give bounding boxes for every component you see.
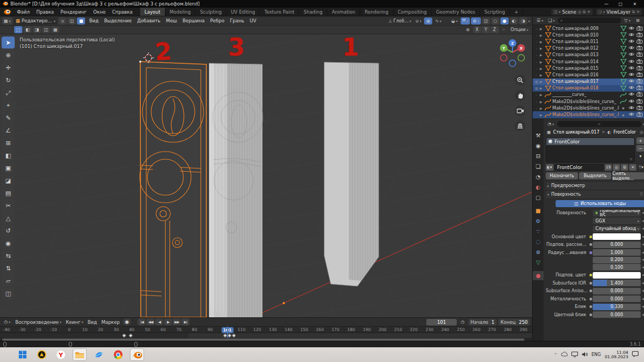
proportional-edit-button[interactable]: ◎ <box>424 17 432 25</box>
disable-render-toggle[interactable] <box>636 65 643 71</box>
current-frame-field[interactable]: 101 <box>426 319 457 325</box>
tool-loop-cut[interactable]: ▤ <box>2 187 15 199</box>
viewport-menu-2[interactable]: Добавить <box>134 18 163 23</box>
breadcrumb-material[interactable]: FrontColor <box>613 130 636 135</box>
field-value[interactable]: 0.200 <box>593 257 641 263</box>
zoom-tool-icon[interactable] <box>515 75 526 86</box>
tool-knife[interactable]: ✂ <box>2 200 15 212</box>
unlink-material-button[interactable]: ✕ <box>629 164 636 171</box>
field-value[interactable]: 0.000 <box>593 242 641 248</box>
animate-dot[interactable] <box>642 220 644 222</box>
tool-scale[interactable]: ⤢ <box>2 87 15 99</box>
fake-user-button[interactable]: ◎ <box>613 164 620 171</box>
timeline-menu-0[interactable]: Воспроизведение▾ <box>13 319 64 325</box>
tool-rip-region[interactable]: ◫ <box>2 287 15 299</box>
material-name-field[interactable]: FrontColor <box>554 164 604 171</box>
outliner-item-name[interactable]: Стол шикарный.010 <box>552 33 619 38</box>
mode-dropdown[interactable]: ▦ Редактиро...▾ <box>14 17 58 25</box>
tool-select-box[interactable]: ➤ <box>2 37 15 49</box>
outliner-item[interactable]: • ▶ Стол шикарный.013 <box>533 52 644 58</box>
outliner-item[interactable]: • ▶ Стол шикарный.012 <box>533 45 644 52</box>
disclosure-icon[interactable]: ▶ <box>540 100 544 104</box>
tool-inset-faces[interactable]: ▣ <box>2 162 15 174</box>
disable-render-toggle[interactable] <box>636 26 643 32</box>
taskbar-chrome-icon[interactable] <box>111 348 125 361</box>
select-mode-vertex-button[interactable]: ▫ <box>58 17 67 25</box>
animate-dot[interactable] <box>642 274 644 276</box>
viewport-menu-0[interactable]: Вид <box>86 18 101 23</box>
panel-object-3[interactable] <box>209 63 263 317</box>
select-box-mode-extend[interactable]: ◧ <box>23 26 32 33</box>
outliner-filter-mode-button[interactable]: ❏▾ <box>546 17 556 24</box>
menu-2[interactable]: Рендеринг <box>57 8 90 16</box>
disclosure-icon[interactable]: ▶ <box>540 67 544 70</box>
viewport-menu-4[interactable]: Вершина <box>180 18 207 23</box>
field-value[interactable]: 0.000 <box>593 295 641 302</box>
outliner-item-name[interactable]: Стол шикарный.016 <box>552 73 619 77</box>
disclosure-icon[interactable]: ▶ <box>540 106 544 110</box>
tool-measure[interactable]: ∠ <box>2 124 15 136</box>
animate-dot[interactable] <box>642 259 644 261</box>
playhead[interactable] <box>227 327 228 338</box>
minimize-button[interactable]: — <box>599 2 613 7</box>
timeline-menu-3[interactable]: Маркер <box>99 319 122 325</box>
outliner-search[interactable]: ⌕ <box>558 17 621 23</box>
animate-dot[interactable] <box>642 314 644 316</box>
hide-viewport-toggle[interactable] <box>628 26 635 32</box>
disclosure-icon[interactable]: ▶ <box>540 86 544 90</box>
disclosure-icon[interactable]: ▶ <box>540 40 544 44</box>
timeline-ruler[interactable]: 101 -40-30-20-10010203040506070809011012… <box>0 327 532 333</box>
disclosure-icon[interactable]: ▶ <box>540 53 544 57</box>
shading-material-button[interactable]: ◐ <box>510 17 518 25</box>
outliner-item-name[interactable]: Стол шикарный.013 <box>552 52 619 57</box>
copy-icon[interactable]: ⧉ <box>632 10 635 14</box>
animate-dot[interactable] <box>642 267 644 268</box>
outliner-item[interactable]: ▥ ▶ Стол шикарный.017 <box>533 79 644 85</box>
taskbar-yandex-browser-icon[interactable]: Y <box>53 348 68 361</box>
tool-transform[interactable]: ⌖ <box>2 99 15 111</box>
clock[interactable]: 11:04 01.09.2023 <box>605 351 628 359</box>
scene-selector[interactable]: ◲▾ Scene ◎ ⧉ ✕ <box>551 9 593 15</box>
outliner-item[interactable]: • ▶ Make2D$visible$lines_curve_.001 ● <box>533 105 644 111</box>
field-value[interactable]: 0.100 <box>593 264 641 270</box>
jump-end-button[interactable]: ▶| <box>181 318 189 325</box>
stopwatch-icon[interactable]: ◷ <box>458 318 467 325</box>
tool-annotate[interactable]: ✎ <box>2 112 15 124</box>
play-button[interactable]: ▶ <box>164 318 172 325</box>
use-nodes-button[interactable]: ◫ Использовать ноды <box>556 200 644 207</box>
panel-object-2-selected[interactable] <box>140 61 207 318</box>
surface-panel-header[interactable]: ▾Поверхность⠿ <box>546 191 644 198</box>
tool-cursor-3d[interactable]: ⊕ <box>2 49 15 61</box>
new-material-button[interactable]: ⧉ <box>621 164 628 171</box>
unlink-icon[interactable]: ✕ <box>587 10 591 14</box>
workspace-tab-modeling[interactable]: Modeling <box>165 8 196 16</box>
assign-button[interactable]: Назначить <box>546 172 578 179</box>
tool-smooth[interactable]: ◉ <box>2 237 15 249</box>
color-swatch[interactable] <box>593 272 641 279</box>
field-dropdown[interactable]: Принципиальный BS...▾ <box>593 210 641 216</box>
animate-dot[interactable] <box>642 306 644 307</box>
disable-render-toggle[interactable] <box>636 45 643 51</box>
keyframe-diamond[interactable] <box>122 334 126 337</box>
outliner-item-name[interactable]: Стол шикарный.011 <box>552 39 619 44</box>
hide-viewport-toggle[interactable] <box>628 112 635 118</box>
outliner-item[interactable]: • ▶ Стол шикарный.011 <box>533 38 644 45</box>
properties-search[interactable]: ⌕ <box>557 121 641 127</box>
outliner-item-name[interactable]: Make2D$visible$lines_curve_.002 <box>552 112 619 117</box>
menu-0[interactable]: Файл <box>14 8 33 16</box>
workspace-tab-scripting[interactable]: Scripting <box>480 8 510 16</box>
pan-hand-icon[interactable] <box>515 90 526 101</box>
tool-edge-slide[interactable]: ⇆ <box>2 250 15 262</box>
select-box-mode-intersect[interactable]: ▦ <box>51 26 59 33</box>
workspace-tab-rendering[interactable]: Rendering <box>360 8 393 16</box>
tool-shrink-fatten[interactable]: ⇅ <box>2 262 15 274</box>
disable-render-toggle[interactable] <box>636 59 643 65</box>
pin-icon[interactable]: ◎ <box>578 10 581 14</box>
panel-object-1[interactable] <box>324 62 379 286</box>
shading-dropdown[interactable]: ▾ <box>528 19 530 23</box>
play-reverse-button[interactable]: ◀ <box>155 318 163 325</box>
outliner-item[interactable]: ▥ ▶ Стол шикарный.018 <box>533 85 644 92</box>
field-slider[interactable]: 0.330 <box>593 304 641 310</box>
hide-viewport-toggle[interactable] <box>628 59 635 65</box>
disable-render-toggle[interactable] <box>636 52 643 58</box>
